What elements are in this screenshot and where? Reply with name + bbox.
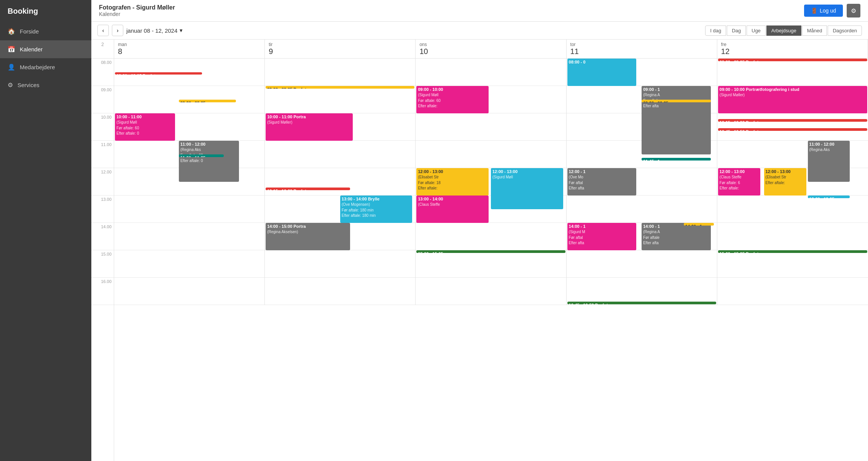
week-number: 2 [91,40,114,58]
sidebar-item-services-label: Services [18,82,40,88]
day-num-fri: 12 [721,47,864,56]
sidebar-title: Booking [0,0,91,22]
event-fri-9[interactable]: 15:00 - 15:05 Pasfoto - [718,250,867,253]
sidebar-item-forside-label: Forside [20,28,39,35]
event-wed-4[interactable]: 12:00 - 13:00 (Sigurd Møll [491,168,563,209]
calendar-header-row: 2 man 8 tir 9 ons 10 tor 11 fre 12 [91,40,868,59]
event-fri-2[interactable]: 09:00 - 10:00 Portrætfotografering i stu… [718,86,867,113]
header-actions: 🚪 Log ud ⚙ [804,4,860,17]
event-mon-2[interactable]: 10:00 - 11:00 (Sigurd Møll Før aftale: 6… [115,113,175,141]
time-1100: 11.00 [91,141,114,168]
day-num-mon: 8 [118,47,261,56]
event-fri-7[interactable]: 11:00 - 12:00 (Regina Aks [808,141,850,182]
event-thu-9[interactable]: 16:45 - 16:50 Pasfoto - [567,302,716,304]
app-title: Fotografen - Sigurd Møller [99,4,175,11]
gear-icon: ⚙ [8,81,13,89]
logout-icon: 🚪 [811,8,817,14]
event-fri-3[interactable]: 10:15 - 10:20 Pasfoto - [718,119,867,122]
time-0900: 09.00 [91,86,114,113]
event-wed-2[interactable]: 12:00 - 13:00 (Elisabet Str Før aftale: … [416,168,489,196]
day-num-thu: 11 [570,47,713,56]
calendar-toolbar: ‹ › januar 08 - 12, 2024 ▾ I dag Dag Uge… [91,22,868,40]
event-thu-2[interactable]: 09:00 - 1 (Regina A Før aftale Efter aft… [642,86,711,154]
event-fri-1[interactable]: 08:00 - 08:05 Pasfoto - [718,59,867,61]
event-thu-5[interactable]: 11:45 - 1 [642,158,711,161]
view-dagsorden-button[interactable]: Dagsorden [828,25,862,36]
view-buttons: I dag Dag Uge Arbejdsuge Måned Dagsorden [705,25,862,36]
sidebar-item-medarbejdere-label: Medarbejdere [20,64,55,70]
event-tue-1[interactable]: 09:00 - 09:05 Pasfoto - [266,86,414,89]
time-1300: 13.00 [91,196,114,223]
event-mon-4[interactable]: 09:30 - 09:35 [179,100,236,102]
day-name-mon: man [118,42,261,47]
view-maaned-button[interactable]: Måned [802,25,827,36]
event-thu-3[interactable]: 09:30 - 09:35 [642,100,711,102]
event-thu-1[interactable]: 08:00 - 0 [567,59,637,86]
view-arbejdsuge-button[interactable]: Arbejdsuge [766,25,801,36]
event-wed-3[interactable]: 13:00 - 14:00 (Claus Steffe [416,196,489,223]
user-icon: 👤 [8,64,15,71]
event-thu-4[interactable]: 12:00 - 1 (Ove Mo Før aftal Efter afta [567,168,637,196]
event-fri-8[interactable]: 13:00 - 13:05 [808,196,850,198]
day-name-tue: tir [269,42,411,47]
view-today-button[interactable]: I dag [705,25,726,36]
event-tue-2[interactable]: 10:00 - 11:00 Portra (Sigurd Møller) [266,113,353,141]
sidebar-item-medarbejdere[interactable]: 👤 Medarbejdere [0,58,91,76]
settings-icon: ⚙ [851,7,856,14]
sidebar: Booking 🏠 Forside 📅 Kalender 👤 Medarbejd… [0,0,91,461]
next-button[interactable]: › [112,25,123,36]
event-tue-3[interactable]: 13:00 - 14:00 Brylle (Ove Mogensen) Før … [340,196,412,223]
sidebar-item-kalender-label: Kalender [20,46,43,52]
sidebar-item-kalender[interactable]: 📅 Kalender [0,40,91,58]
event-mon-5[interactable]: 11:30 - 11:35 [179,154,224,157]
day-col-mon: 08:30 - 08:35 Pasfoto - 10:00 - 11:00 (S… [114,59,265,305]
calendar-icon: 📅 [8,46,15,53]
day-col-tue: 09:00 - 09:05 Pasfoto - 10:00 - 11:00 Po… [265,59,416,305]
time-0800: 08.00 [91,59,114,86]
day-name-wed: ons [419,42,562,47]
event-wed-1[interactable]: 09:00 - 10:00 (Sigurd Møll Før aftale: 6… [416,86,489,113]
event-mon-1[interactable]: 08:30 - 08:35 Pasfoto - [115,72,202,75]
day-header-wed: ons 10 [416,40,566,58]
date-range-button[interactable]: januar 08 - 12, 2024 ▾ [126,27,183,34]
logout-button[interactable]: 🚪 Log ud [804,5,843,17]
app-title-block: Fotografen - Sigurd Møller Kalender [99,4,175,17]
day-header-mon: man 8 [114,40,265,58]
day-name-thu: tor [570,42,713,47]
top-header: Fotografen - Sigurd Møller Kalender 🚪 Lo… [91,0,868,22]
event-fri-6[interactable]: 12:00 - 13:00 (Elisabet Str Efter aftale… [764,168,806,196]
chevron-down-icon: ▾ [180,27,183,34]
day-col-wed: 09:00 - 10:00 (Sigurd Møll Før aftale: 6… [416,59,566,305]
settings-button[interactable]: ⚙ [847,4,860,17]
event-tue-5[interactable]: 14:00 - 15:00 Portra (Regina Akselsen) [266,223,350,250]
time-1200: 12.00 [91,168,114,196]
event-thu-8[interactable]: 14:00 - 1 [684,223,714,226]
day-num-wed: 10 [419,47,562,56]
view-uge-button[interactable]: Uge [747,25,766,36]
home-icon: 🏠 [8,28,15,35]
app-subtitle: Kalender [99,11,175,17]
day-header-fri: fre 12 [717,40,868,58]
time-1000: 10.00 [91,113,114,141]
event-thu-7[interactable]: 14:00 - 1 (Regina A Før aftale Efter aft… [642,223,711,250]
main-content: Fotografen - Sigurd Møller Kalender 🚪 Lo… [91,0,868,461]
time-column: 08.00 09.00 10.00 11.00 12.00 13.00 14.0… [91,59,114,461]
sidebar-item-forside[interactable]: 🏠 Forside [0,22,91,40]
event-fri-4[interactable]: 10:45 - 10:50 Pasfoto - [718,128,867,131]
prev-button[interactable]: ‹ [97,25,109,36]
time-1600: 16.00 [91,278,114,305]
calendar-grid: 2 man 8 tir 9 ons 10 tor 11 fre 12 [91,40,868,461]
event-fri-5[interactable]: 12:00 - 13:00 (Claus Steffe Før aftale: … [718,168,760,196]
event-thu-6[interactable]: 14:00 - 1 (Sigurd M Før aftal Efter afta [567,223,637,250]
sidebar-item-services[interactable]: ⚙ Services [0,76,91,94]
day-col-fri: 08:00 - 08:05 Pasfoto - 09:00 - 10:00 Po… [717,59,868,305]
event-wed-5[interactable]: 15:00 - 15:05 [416,250,565,253]
logout-label: Log ud [820,8,836,14]
event-tue-4[interactable]: 12:15 - 12:20 Pasfoto [266,188,350,190]
view-dag-button[interactable]: Dag [727,25,746,36]
time-1500: 15.00 [91,250,114,278]
event-mon-3[interactable]: 11:00 - 12:00 (Regina Aks Før aftale: 60… [179,141,239,182]
time-1400: 14.00 [91,223,114,250]
day-col-thu: 08:00 - 0 09:00 - 1 (Regina A Før aftale… [567,59,717,305]
calendar-body: 08.00 09.00 10.00 11.00 12.00 13.00 14.0… [91,59,868,461]
